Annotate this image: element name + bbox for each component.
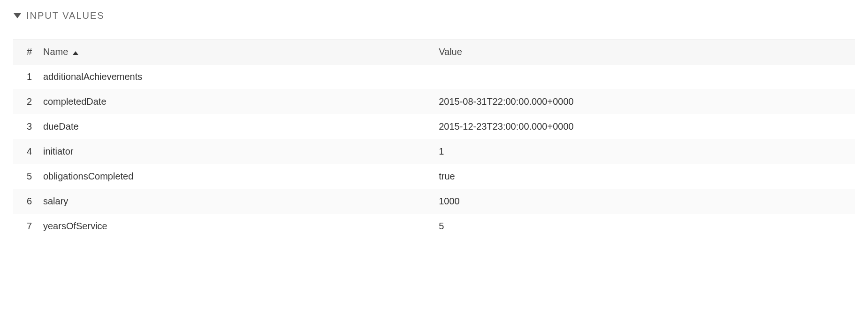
- row-name: dueDate: [37, 114, 432, 139]
- row-index: 2: [13, 89, 37, 114]
- table-row: 1additionalAchievements: [13, 64, 855, 90]
- column-header-name[interactable]: Name: [37, 40, 432, 64]
- column-header-name-sort[interactable]: Name: [43, 47, 78, 57]
- row-value: 2015-12-23T23:00:00.000+0000: [432, 114, 855, 139]
- row-index: 6: [13, 189, 37, 214]
- table-header-row: # Name Value: [13, 40, 855, 64]
- table-row: 7yearsOfService5: [13, 214, 855, 239]
- row-value: 2015-08-31T22:00:00.000+0000: [432, 89, 855, 114]
- row-index: 3: [13, 114, 37, 139]
- row-name: additionalAchievements: [37, 64, 432, 90]
- row-value: 1: [432, 139, 855, 164]
- row-index: 5: [13, 164, 37, 189]
- row-value: 1000: [432, 189, 855, 214]
- row-name: yearsOfService: [37, 214, 432, 239]
- svg-marker-1: [73, 51, 78, 55]
- table-row: 3dueDate2015-12-23T23:00:00.000+0000: [13, 114, 855, 139]
- row-value: true: [432, 164, 855, 189]
- section-title: INPUT VALUES: [26, 10, 105, 21]
- column-header-value-label: Value: [439, 47, 462, 57]
- table-row: 4initiator1: [13, 139, 855, 164]
- row-name: obligationsCompleted: [37, 164, 432, 189]
- svg-marker-0: [14, 13, 21, 18]
- table-row: 6salary1000: [13, 189, 855, 214]
- input-values-table-wrap: # Name Value 1add: [13, 39, 855, 239]
- row-name: initiator: [37, 139, 432, 164]
- table-row: 2completedDate2015-08-31T22:00:00.000+00…: [13, 89, 855, 114]
- section-header-toggle[interactable]: INPUT VALUES: [13, 10, 855, 27]
- column-header-name-label: Name: [43, 47, 68, 57]
- sort-ascending-icon: [73, 47, 78, 57]
- input-values-table: # Name Value 1add: [13, 39, 855, 239]
- row-index: 4: [13, 139, 37, 164]
- row-index: 7: [13, 214, 37, 239]
- caret-down-icon: [13, 13, 22, 19]
- row-value: 5: [432, 214, 855, 239]
- column-header-index-label: #: [27, 47, 32, 57]
- column-header-value[interactable]: Value: [432, 40, 855, 64]
- input-values-section: INPUT VALUES # Name: [0, 0, 868, 249]
- column-header-index[interactable]: #: [13, 40, 37, 64]
- row-index: 1: [13, 64, 37, 90]
- row-value: [432, 64, 855, 90]
- table-row: 5obligationsCompletedtrue: [13, 164, 855, 189]
- row-name: completedDate: [37, 89, 432, 114]
- row-name: salary: [37, 189, 432, 214]
